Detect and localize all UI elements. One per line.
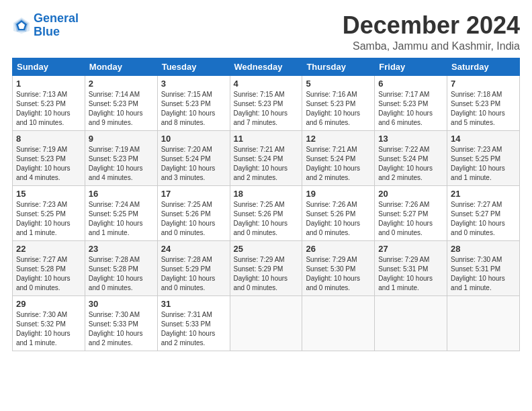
- calendar-cell: 27Sunrise: 7:29 AM Sunset: 5:31 PM Dayli…: [375, 240, 447, 295]
- logo: General Blue: [12, 12, 79, 39]
- calendar-cell: 4Sunrise: 7:15 AM Sunset: 5:23 PM Daylig…: [230, 75, 302, 130]
- calendar-week-4: 22Sunrise: 7:27 AM Sunset: 5:28 PM Dayli…: [13, 240, 520, 295]
- day-info: Sunrise: 7:29 AM Sunset: 5:30 PM Dayligh…: [306, 255, 371, 293]
- calendar-cell: 1Sunrise: 7:13 AM Sunset: 5:23 PM Daylig…: [13, 75, 85, 130]
- day-info: Sunrise: 7:26 AM Sunset: 5:27 PM Dayligh…: [378, 200, 443, 238]
- day-info: Sunrise: 7:26 AM Sunset: 5:26 PM Dayligh…: [306, 200, 371, 238]
- day-info: Sunrise: 7:22 AM Sunset: 5:24 PM Dayligh…: [378, 145, 443, 183]
- title-block: December 2024 Samba, Jammu and Kashmir, …: [343, 12, 520, 52]
- calendar-cell: 21Sunrise: 7:27 AM Sunset: 5:27 PM Dayli…: [447, 185, 520, 240]
- calendar-cell: 18Sunrise: 7:25 AM Sunset: 5:26 PM Dayli…: [230, 185, 302, 240]
- day-info: Sunrise: 7:30 AM Sunset: 5:32 PM Dayligh…: [16, 310, 81, 348]
- calendar-cell: 2Sunrise: 7:14 AM Sunset: 5:23 PM Daylig…: [85, 75, 157, 130]
- calendar-cell: 6Sunrise: 7:17 AM Sunset: 5:23 PM Daylig…: [375, 75, 447, 130]
- calendar-cell: 12Sunrise: 7:21 AM Sunset: 5:24 PM Dayli…: [302, 130, 375, 185]
- day-info: Sunrise: 7:21 AM Sunset: 5:24 PM Dayligh…: [306, 145, 371, 183]
- day-number: 21: [451, 189, 516, 199]
- day-number: 5: [306, 79, 371, 89]
- header-cell-friday: Friday: [375, 58, 447, 75]
- calendar-cell: 11Sunrise: 7:21 AM Sunset: 5:24 PM Dayli…: [230, 130, 302, 185]
- day-number: 11: [234, 134, 299, 144]
- day-number: 30: [89, 299, 154, 309]
- day-number: 24: [161, 244, 226, 254]
- calendar-cell: 15Sunrise: 7:23 AM Sunset: 5:25 PM Dayli…: [13, 185, 85, 240]
- day-info: Sunrise: 7:24 AM Sunset: 5:25 PM Dayligh…: [89, 200, 154, 238]
- calendar-cell: 9Sunrise: 7:19 AM Sunset: 5:23 PM Daylig…: [85, 130, 157, 185]
- day-info: Sunrise: 7:20 AM Sunset: 5:24 PM Dayligh…: [161, 145, 226, 183]
- calendar-cell: 5Sunrise: 7:16 AM Sunset: 5:23 PM Daylig…: [302, 75, 375, 130]
- day-number: 29: [16, 299, 81, 309]
- calendar-cell: [302, 295, 375, 351]
- day-number: 14: [451, 134, 516, 144]
- day-number: 23: [89, 244, 154, 254]
- calendar-cell: 7Sunrise: 7:18 AM Sunset: 5:23 PM Daylig…: [447, 75, 520, 130]
- day-info: Sunrise: 7:28 AM Sunset: 5:28 PM Dayligh…: [89, 255, 154, 293]
- calendar-cell: 20Sunrise: 7:26 AM Sunset: 5:27 PM Dayli…: [375, 185, 447, 240]
- day-info: Sunrise: 7:21 AM Sunset: 5:24 PM Dayligh…: [234, 145, 299, 183]
- main-title: December 2024: [343, 12, 520, 39]
- calendar-cell: 28Sunrise: 7:30 AM Sunset: 5:31 PM Dayli…: [447, 240, 520, 295]
- day-info: Sunrise: 7:19 AM Sunset: 5:23 PM Dayligh…: [89, 145, 154, 183]
- day-info: Sunrise: 7:27 AM Sunset: 5:28 PM Dayligh…: [16, 255, 81, 293]
- day-number: 15: [16, 189, 81, 199]
- day-number: 10: [161, 134, 226, 144]
- header: General Blue December 2024 Samba, Jammu …: [12, 12, 520, 52]
- header-cell-saturday: Saturday: [447, 58, 520, 75]
- day-info: Sunrise: 7:18 AM Sunset: 5:23 PM Dayligh…: [451, 90, 516, 128]
- calendar-week-2: 8Sunrise: 7:19 AM Sunset: 5:23 PM Daylig…: [13, 130, 520, 185]
- header-cell-thursday: Thursday: [302, 58, 375, 75]
- day-info: Sunrise: 7:17 AM Sunset: 5:23 PM Dayligh…: [378, 90, 443, 128]
- day-info: Sunrise: 7:29 AM Sunset: 5:31 PM Dayligh…: [378, 255, 443, 293]
- header-cell-monday: Monday: [85, 58, 157, 75]
- header-cell-wednesday: Wednesday: [230, 58, 302, 75]
- day-info: Sunrise: 7:15 AM Sunset: 5:23 PM Dayligh…: [234, 90, 299, 128]
- day-number: 19: [306, 189, 371, 199]
- day-info: Sunrise: 7:15 AM Sunset: 5:23 PM Dayligh…: [161, 90, 226, 128]
- calendar-week-1: 1Sunrise: 7:13 AM Sunset: 5:23 PM Daylig…: [13, 75, 520, 130]
- day-number: 17: [161, 189, 226, 199]
- day-number: 7: [451, 79, 516, 89]
- day-info: Sunrise: 7:23 AM Sunset: 5:25 PM Dayligh…: [16, 200, 81, 238]
- calendar-cell: [447, 295, 520, 351]
- day-info: Sunrise: 7:30 AM Sunset: 5:33 PM Dayligh…: [89, 310, 154, 348]
- calendar-body: 1Sunrise: 7:13 AM Sunset: 5:23 PM Daylig…: [13, 75, 520, 351]
- day-number: 8: [16, 134, 81, 144]
- day-info: Sunrise: 7:19 AM Sunset: 5:23 PM Dayligh…: [16, 145, 81, 183]
- day-number: 6: [378, 79, 443, 89]
- page: General Blue December 2024 Samba, Jammu …: [0, 0, 532, 358]
- subtitle: Samba, Jammu and Kashmir, India: [343, 40, 520, 52]
- calendar-cell: 24Sunrise: 7:28 AM Sunset: 5:29 PM Dayli…: [157, 240, 230, 295]
- calendar-cell: 22Sunrise: 7:27 AM Sunset: 5:28 PM Dayli…: [13, 240, 85, 295]
- header-cell-sunday: Sunday: [13, 58, 85, 75]
- day-info: Sunrise: 7:25 AM Sunset: 5:26 PM Dayligh…: [161, 200, 226, 238]
- day-number: 12: [306, 134, 371, 144]
- day-number: 3: [161, 79, 226, 89]
- calendar-week-5: 29Sunrise: 7:30 AM Sunset: 5:32 PM Dayli…: [13, 295, 520, 351]
- calendar-cell: 10Sunrise: 7:20 AM Sunset: 5:24 PM Dayli…: [157, 130, 230, 185]
- calendar-header: SundayMondayTuesdayWednesdayThursdayFrid…: [13, 58, 520, 75]
- calendar-cell: 25Sunrise: 7:29 AM Sunset: 5:29 PM Dayli…: [230, 240, 302, 295]
- day-info: Sunrise: 7:30 AM Sunset: 5:31 PM Dayligh…: [451, 255, 516, 293]
- calendar-cell: [230, 295, 302, 351]
- calendar-table: SundayMondayTuesdayWednesdayThursdayFrid…: [12, 58, 520, 351]
- calendar-cell: 31Sunrise: 7:31 AM Sunset: 5:33 PM Dayli…: [157, 295, 230, 351]
- day-number: 18: [234, 189, 299, 199]
- day-info: Sunrise: 7:23 AM Sunset: 5:25 PM Dayligh…: [451, 145, 516, 183]
- day-info: Sunrise: 7:29 AM Sunset: 5:29 PM Dayligh…: [234, 255, 299, 293]
- day-number: 9: [89, 134, 154, 144]
- day-number: 2: [89, 79, 154, 89]
- day-info: Sunrise: 7:28 AM Sunset: 5:29 PM Dayligh…: [161, 255, 226, 293]
- day-number: 16: [89, 189, 154, 199]
- calendar-cell: 16Sunrise: 7:24 AM Sunset: 5:25 PM Dayli…: [85, 185, 157, 240]
- calendar-cell: 19Sunrise: 7:26 AM Sunset: 5:26 PM Dayli…: [302, 185, 375, 240]
- header-row: SundayMondayTuesdayWednesdayThursdayFrid…: [13, 58, 520, 75]
- day-info: Sunrise: 7:14 AM Sunset: 5:23 PM Dayligh…: [89, 90, 154, 128]
- calendar-cell: 13Sunrise: 7:22 AM Sunset: 5:24 PM Dayli…: [375, 130, 447, 185]
- calendar-cell: 3Sunrise: 7:15 AM Sunset: 5:23 PM Daylig…: [157, 75, 230, 130]
- day-info: Sunrise: 7:27 AM Sunset: 5:27 PM Dayligh…: [451, 200, 516, 238]
- calendar-cell: 30Sunrise: 7:30 AM Sunset: 5:33 PM Dayli…: [85, 295, 157, 351]
- calendar-cell: 26Sunrise: 7:29 AM Sunset: 5:30 PM Dayli…: [302, 240, 375, 295]
- day-number: 28: [451, 244, 516, 254]
- day-number: 27: [378, 244, 443, 254]
- calendar-cell: 17Sunrise: 7:25 AM Sunset: 5:26 PM Dayli…: [157, 185, 230, 240]
